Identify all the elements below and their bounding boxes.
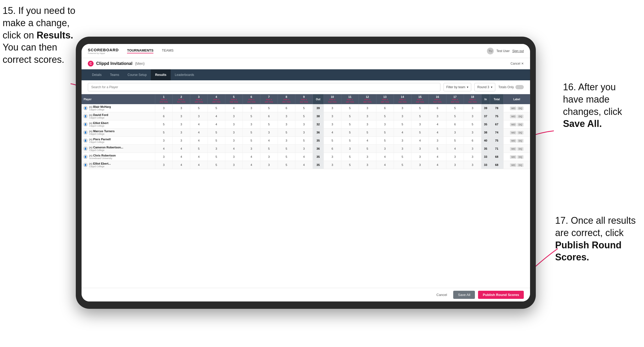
hole-10-score[interactable]: 3: [324, 161, 341, 169]
hole-16-score[interactable]: 5: [429, 145, 446, 153]
hole-8-score[interactable]: 3: [278, 112, 295, 120]
hole-11-score[interactable]: 5: [341, 120, 359, 128]
hole-4-score[interactable]: 4: [208, 112, 225, 120]
wd-button[interactable]: WD: [510, 107, 516, 110]
wd-button[interactable]: WD: [510, 163, 516, 167]
hole-15-score[interactable]: 5: [411, 112, 429, 120]
hole-2-score[interactable]: 4: [172, 153, 190, 161]
hole-15-score[interactable]: 3: [411, 153, 429, 161]
wd-button[interactable]: WD: [510, 147, 516, 151]
hole-4-score[interactable]: 5: [208, 137, 225, 145]
round-dropdown[interactable]: Round 3 ▾: [474, 83, 495, 91]
hole-1-score[interactable]: 3: [155, 153, 172, 161]
hole-3-score[interactable]: 5: [190, 104, 208, 112]
hole-9-score[interactable]: 5: [295, 112, 313, 120]
hole-6-score[interactable]: 4: [243, 161, 260, 169]
hole-12-score[interactable]: 5: [359, 128, 376, 137]
hole-15-score[interactable]: 5: [411, 104, 429, 112]
hole-10-score[interactable]: 3: [324, 120, 341, 128]
hole-1-score[interactable]: 3: [155, 137, 172, 145]
hole-18-score[interactable]: 3: [464, 153, 481, 161]
hole-14-score[interactable]: 3: [394, 137, 411, 145]
hole-14-score[interactable]: 5: [394, 153, 411, 161]
hole-17-score[interactable]: 5: [446, 137, 464, 145]
hole-1-score[interactable]: 6: [155, 112, 172, 120]
hole-9-score[interactable]: 3: [295, 145, 313, 153]
hole-16-score[interactable]: 4: [429, 153, 446, 161]
hole-2-score[interactable]: 4: [172, 161, 190, 169]
hole-18-score[interactable]: 3: [464, 161, 481, 169]
hole-18-score[interactable]: 5: [464, 120, 481, 128]
hole-9-score[interactable]: 3: [295, 120, 313, 128]
hole-5-score[interactable]: 3: [225, 120, 243, 128]
hole-3-score[interactable]: 4: [190, 161, 208, 169]
hole-6-score[interactable]: 5: [243, 112, 260, 120]
hole-15-score[interactable]: 5: [411, 128, 429, 137]
hole-7-score[interactable]: 3: [260, 128, 278, 137]
hole-12-score[interactable]: 5: [359, 145, 376, 153]
wd-button[interactable]: WD: [510, 123, 516, 126]
hole-14-score[interactable]: 4: [394, 128, 411, 137]
hole-3-score[interactable]: 3: [190, 112, 208, 120]
hole-8-score[interactable]: 5: [278, 145, 295, 153]
nav-link-tournaments[interactable]: TOURNAMENTS: [127, 48, 153, 53]
hole-11-score[interactable]: 5: [341, 137, 359, 145]
hole-14-score[interactable]: 5: [394, 120, 411, 128]
hole-1-score[interactable]: 5: [155, 128, 172, 137]
hole-11-score[interactable]: 5: [341, 112, 359, 120]
hole-11-score[interactable]: 5: [341, 104, 359, 112]
hole-5-score[interactable]: 3: [225, 137, 243, 145]
hole-4-score[interactable]: 5: [208, 128, 225, 137]
hole-15-score[interactable]: 3: [411, 161, 429, 169]
hole-15-score[interactable]: 3: [411, 145, 429, 153]
tab-leaderboards[interactable]: Leaderboards: [171, 69, 198, 80]
hole-3-score[interactable]: 4: [190, 137, 208, 145]
hole-8-score[interactable]: 6: [278, 104, 295, 112]
dq-button[interactable]: DQ: [517, 115, 524, 118]
tab-results[interactable]: Results: [151, 69, 170, 80]
hole-13-score[interactable]: 4: [376, 161, 394, 169]
hole-2-score[interactable]: 3: [172, 104, 190, 112]
hole-8-score[interactable]: 5: [278, 153, 295, 161]
hole-18-score[interactable]: 3: [464, 112, 481, 120]
hole-16-score[interactable]: 4: [429, 120, 446, 128]
hole-17-score[interactable]: 3: [446, 153, 464, 161]
hole-17-score[interactable]: 5: [446, 112, 464, 120]
hole-6-score[interactable]: 3: [243, 145, 260, 153]
hole-7-score[interactable]: 5: [260, 120, 278, 128]
hole-10-score[interactable]: 3: [324, 112, 341, 120]
hole-17-score[interactable]: 4: [446, 145, 464, 153]
hole-5-score[interactable]: 3: [225, 128, 243, 137]
hole-5-score[interactable]: 4: [225, 104, 243, 112]
hole-13-score[interactable]: 6: [376, 104, 394, 112]
hole-10-score[interactable]: 5: [324, 137, 341, 145]
hole-11-score[interactable]: 5: [341, 153, 359, 161]
hole-10-score[interactable]: 4: [324, 128, 341, 137]
hole-4-score[interactable]: 5: [208, 153, 225, 161]
dq-button[interactable]: DQ: [517, 163, 524, 167]
hole-16-score[interactable]: 3: [429, 112, 446, 120]
hole-10-score[interactable]: 3: [324, 153, 341, 161]
tab-details[interactable]: Details: [88, 69, 106, 80]
hole-8-score[interactable]: 3: [278, 120, 295, 128]
hole-8-score[interactable]: 5: [278, 128, 295, 137]
dq-button[interactable]: DQ: [517, 147, 524, 151]
hole-17-score[interactable]: 3: [446, 128, 464, 137]
hole-4-score[interactable]: 4: [208, 120, 225, 128]
search-input[interactable]: [88, 83, 440, 91]
publish-round-scores-button[interactable]: Publish Round Scores: [478, 291, 524, 299]
hole-16-score[interactable]: 3: [429, 137, 446, 145]
hole-3-score[interactable]: 5: [190, 145, 208, 153]
dq-button[interactable]: DQ: [517, 123, 524, 126]
hole-13-score[interactable]: 5: [376, 137, 394, 145]
hole-13-score[interactable]: 4: [376, 153, 394, 161]
hole-12-score[interactable]: 3: [359, 161, 376, 169]
hole-7-score[interactable]: 6: [260, 112, 278, 120]
hole-4-score[interactable]: 5: [208, 161, 225, 169]
hole-16-score[interactable]: 4: [429, 128, 446, 137]
hole-14-score[interactable]: 3: [394, 104, 411, 112]
hole-11-score[interactable]: 3: [341, 145, 359, 153]
hole-6-score[interactable]: 5: [243, 137, 260, 145]
hole-14-score[interactable]: 3: [394, 112, 411, 120]
hole-13-score[interactable]: 3: [376, 120, 394, 128]
